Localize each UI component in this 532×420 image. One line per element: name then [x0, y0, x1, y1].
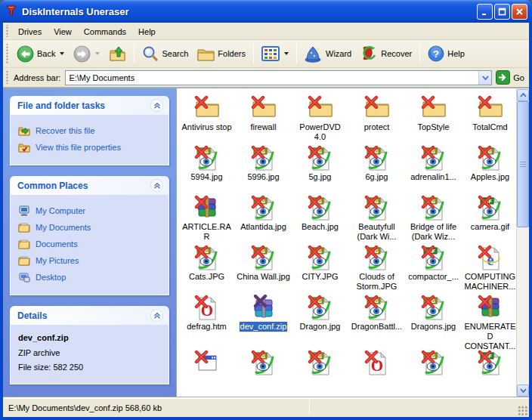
title-bar[interactable]: DiskInternals Uneraser [0, 0, 532, 23]
sidebar-item-my-pictures[interactable]: My Pictures [18, 255, 164, 267]
up-button[interactable] [104, 42, 131, 66]
address-dropdown-button[interactable] [478, 71, 491, 85]
address-input[interactable]: E:\My Documents [65, 70, 492, 85]
sidebar-item-my-documents[interactable]: My Documents [18, 221, 164, 233]
menu-item-view[interactable]: View [48, 25, 78, 39]
file-item[interactable]: JPGDragons.jpg [405, 292, 462, 342]
tasks-panel-header[interactable]: File and folder tasks [10, 96, 169, 115]
back-dropdown-icon[interactable] [60, 52, 64, 55]
minimize-button[interactable] [477, 4, 493, 20]
file-item[interactable]: PowerDVD 4.0 [292, 93, 348, 143]
file-item[interactable]: firewall [235, 93, 292, 143]
sidebar-item-recover-this-file[interactable]: Recover this file [18, 125, 164, 137]
file-item[interactable]: GIF [462, 347, 516, 397]
file-item[interactable]: TopStyle [405, 93, 462, 143]
menu-item-commands[interactable]: Commands [78, 25, 132, 39]
file-item[interactable]: JPG [235, 347, 292, 397]
deleted-jpg-file-icon: JPG [420, 144, 447, 171]
toolbar-grip[interactable] [5, 44, 9, 63]
file-item[interactable]: JPGBeautyfull (Dark Wi... [348, 193, 405, 242]
file-label: 5994.jpg [190, 172, 223, 182]
file-item[interactable]: JPGCITY.JPG [292, 242, 348, 292]
file-item[interactable]: GIFcompactor_... [405, 242, 462, 292]
file-item[interactable]: ARTICLE.RAR [178, 193, 235, 242]
file-item[interactable]: Antivirus stop [178, 93, 235, 143]
file-item[interactable] [178, 347, 235, 397]
folders-icon [197, 45, 215, 63]
file-item[interactable]: eCOMPUTING MACHINER... [462, 242, 516, 292]
file-item[interactable]: JPG5g.jpg [292, 143, 348, 193]
deleted-jpg-file-icon: JPG [363, 144, 391, 171]
search-button[interactable]: Search [138, 42, 193, 66]
views-dropdown-icon[interactable] [284, 52, 289, 55]
maximize-button[interactable] [494, 4, 510, 20]
file-item[interactable]: JPGDragon.jpg [292, 292, 348, 342]
help-button[interactable]: ? Help [423, 42, 469, 66]
file-item[interactable]: JPGDragonBattl... [348, 292, 405, 342]
forward-button[interactable] [69, 42, 104, 66]
deleted-folder-file-icon [307, 94, 334, 122]
scrollbar-thumb[interactable] [517, 101, 529, 227]
addressbar-grip[interactable] [5, 71, 9, 85]
go-label[interactable]: Go [513, 73, 524, 82]
menu-item-drives[interactable]: Drives [12, 25, 48, 39]
menu-bar: DrivesViewCommandsHelp [3, 23, 529, 40]
deleted-folder-file-icon [420, 94, 447, 122]
go-button[interactable] [495, 70, 510, 85]
deleted-jpg-file-icon: JPG [307, 244, 334, 271]
file-label: DragonBattl... [351, 322, 403, 332]
file-item[interactable]: JPGCats.JPG [178, 242, 235, 292]
collapse-chevron-icon[interactable] [150, 99, 163, 112]
resize-grip[interactable] [518, 406, 527, 415]
recover-button[interactable]: Recover [356, 42, 416, 66]
file-item[interactable]: O [348, 347, 405, 397]
file-item-selected[interactable]: dev_conf.zip [235, 292, 292, 342]
file-item[interactable]: JPG5994.jpg [178, 143, 235, 193]
file-label: 5g.jpg [308, 172, 332, 182]
file-label: camera.gif [470, 222, 510, 232]
sidebar-item-desktop[interactable]: Desktop [18, 271, 164, 283]
app-window: DiskInternals Uneraser DrivesViewCommand… [0, 0, 532, 420]
file-item[interactable]: JPG [292, 347, 348, 397]
sidebar-item-label: Recover this file [36, 126, 94, 135]
file-item[interactable]: JPGAtlantida.jpg [235, 193, 292, 242]
sidebar-item-my-computer[interactable]: My Computer [18, 205, 164, 217]
wizard-button[interactable]: Wizard [300, 42, 356, 66]
wizard-hat-icon [305, 45, 323, 63]
back-button[interactable]: Back [12, 42, 69, 66]
file-item[interactable]: JPG [405, 347, 462, 397]
file-item[interactable]: Odefrag.htm [178, 292, 235, 342]
places-panel-header[interactable]: Common Places [10, 176, 169, 195]
menu-grip[interactable] [5, 25, 9, 36]
file-item[interactable]: JPGBeach.jpg [292, 193, 348, 242]
folders-button[interactable]: Folders [193, 42, 250, 66]
deleted-zip-file-icon [250, 294, 277, 321]
file-item[interactable]: JPGApples.jpg [462, 143, 516, 193]
scroll-up-button[interactable] [517, 89, 529, 101]
address-value[interactable]: E:\My Documents [66, 73, 478, 82]
file-item[interactable]: JPGadrenalin1... [405, 143, 462, 193]
file-item[interactable]: JPGClouds of Storm.JPG [348, 242, 405, 292]
file-item[interactable]: ENUMERATED CONSTANT... [462, 292, 516, 351]
desktop-icon [18, 271, 30, 283]
sidebar-item-label: My Computer [36, 206, 85, 215]
collapse-chevron-icon[interactable] [150, 309, 163, 322]
file-properties-icon [18, 141, 30, 153]
recover-icon [360, 45, 378, 63]
sidebar-item-documents[interactable]: Documents [18, 238, 164, 250]
file-item[interactable]: protect [348, 93, 405, 143]
file-item[interactable]: JPG6g.jpg [348, 143, 405, 193]
file-item[interactable]: TotalCmd [462, 93, 516, 143]
scroll-down-button[interactable] [517, 384, 529, 397]
vertical-scrollbar[interactable] [516, 88, 529, 397]
close-button[interactable] [512, 4, 527, 20]
views-button[interactable] [257, 42, 293, 65]
menu-item-help[interactable]: Help [132, 25, 162, 39]
details-panel-header[interactable]: Details [10, 306, 169, 325]
sidebar-item-view-this-file-properties[interactable]: View this file properties [18, 141, 164, 153]
file-item[interactable]: JPGChina Wall.jpg [235, 242, 292, 292]
collapse-chevron-icon[interactable] [150, 179, 163, 192]
file-item[interactable]: JPGBridge of life (Dark Wiz... [405, 193, 462, 242]
file-item[interactable]: JPG5996.jpg [235, 143, 292, 193]
file-item[interactable]: GIFcamera.gif [462, 193, 516, 242]
